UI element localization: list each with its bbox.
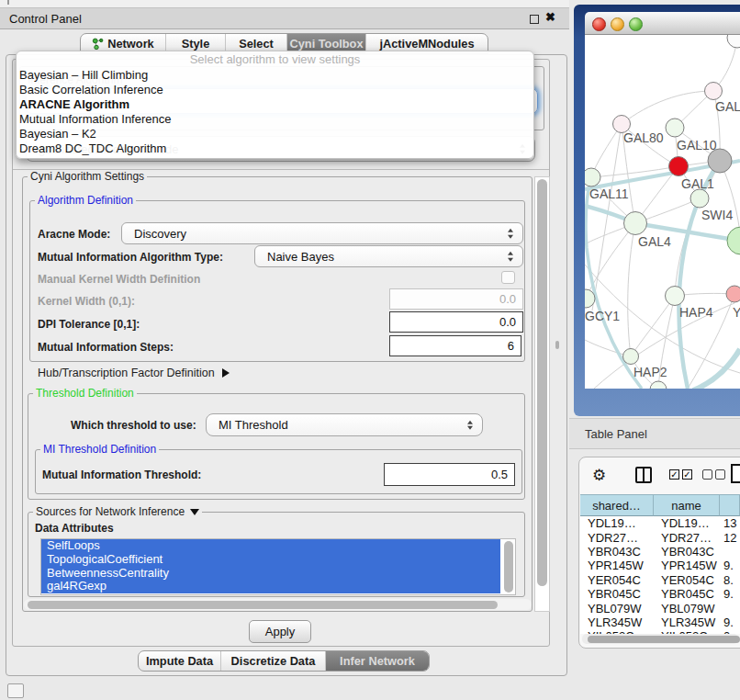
algorithm-definition-title: Algorithm Definition <box>35 194 136 207</box>
table-hscrollbar-thumb[interactable] <box>588 636 740 643</box>
node-label: HAP4 <box>679 305 713 320</box>
node-label: GAL1 <box>681 176 714 191</box>
list-vscrollbar-thumb[interactable] <box>504 541 513 593</box>
node-label: GAL80 <box>623 130 664 145</box>
table-panel-bar: Table Panel <box>569 418 740 449</box>
table-row[interactable]: YDR27…YDR27…12 <box>580 530 740 544</box>
mi-steps-label: Mutual Information Steps: <box>38 341 174 354</box>
mi-steps-field[interactable]: 6 <box>389 335 521 356</box>
list-item-selected[interactable]: TopologicalCoefficient <box>41 553 500 567</box>
zoom-traffic-icon[interactable] <box>629 17 643 31</box>
node-gal11 <box>585 168 600 186</box>
settings-vscrollbar[interactable] <box>534 176 550 612</box>
table-row[interactable]: YPR145WYPR145W9. <box>580 559 740 572</box>
network-window-titlebar[interactable] <box>585 12 740 35</box>
node-label: GAL <box>715 99 740 114</box>
updown-arrows-icon <box>467 420 473 430</box>
node-label: GAL4 <box>638 234 671 249</box>
dropdown-item[interactable]: Dream8 DC_TDC Algorithm <box>17 141 533 156</box>
tab-impute-data-label: Impute Data <box>146 654 213 668</box>
minimize-traffic-icon[interactable] <box>611 17 624 31</box>
table-row[interactable]: YLR345WYLR345W9. <box>580 615 740 629</box>
node-label: GAL11 <box>589 186 629 201</box>
threshold-definition-title: Threshold Definition <box>33 387 137 400</box>
settings-hscrollbar-thumb[interactable] <box>28 601 498 609</box>
column-header-shared[interactable]: shared… <box>580 494 654 516</box>
tab-discretize-data[interactable]: Discretize Data <box>221 651 326 671</box>
checked-checkboxes-icon[interactable]: ✓ ✓ <box>669 469 692 480</box>
list-item-selected[interactable]: SelfLoops <box>41 539 500 553</box>
top-tick <box>7 0 9 5</box>
apply-button[interactable]: Apply <box>249 620 311 643</box>
close-traffic-icon[interactable] <box>592 17 606 31</box>
node-hap4 <box>666 287 685 306</box>
aracne-mode-select[interactable]: Discovery <box>121 222 523 244</box>
dropdown-item[interactable]: Mutual Information Inference <box>17 112 533 127</box>
settings-hscrollbar[interactable] <box>24 599 532 610</box>
dpi-tolerance-label: DPI Tolerance [0,1]: <box>38 318 140 331</box>
tab-impute-data[interactable]: Impute Data <box>139 651 221 671</box>
gear-icon[interactable]: ⚙ <box>592 466 606 485</box>
dropdown-item[interactable]: Basic Correlation Inference <box>17 83 533 97</box>
updown-arrows-icon <box>508 252 513 262</box>
table-row[interactable]: YBR043CYBR043C <box>580 545 740 559</box>
close-icon[interactable]: ✖ <box>545 10 555 24</box>
table-row[interactable]: YBR045CYBR045C9. <box>580 587 740 601</box>
apply-button-label: Apply <box>265 625 296 638</box>
dropdown-item[interactable]: Bayesian – K2 <box>17 127 533 141</box>
node-green-right <box>727 227 740 254</box>
node-gal-cut <box>705 83 723 100</box>
tab-infer-network[interactable]: Infer Network <box>326 651 429 671</box>
unchecked-checkboxes-icon[interactable] <box>702 469 725 480</box>
dpi-tolerance-field[interactable]: 0.0 <box>389 311 523 333</box>
mi-type-select[interactable]: Naive Bayes <box>254 245 523 267</box>
node-table: shared… name YDL19…YDL19…13 YDR27…YDR27…… <box>580 494 740 634</box>
tab-jactivemnodules-label: jActiveMNodules <box>379 37 474 51</box>
collapsed-panel-icon[interactable] <box>7 683 24 698</box>
table-row[interactable]: YDL19…YDL19…13 <box>580 516 740 530</box>
hub-definition-label: Hub/Transcription Factor Definition <box>38 367 215 379</box>
node-swi4 <box>690 189 709 208</box>
node-label: GAL10 <box>677 138 717 152</box>
tab-network-label: Network <box>107 37 154 51</box>
splitpane-handle[interactable] <box>555 341 559 349</box>
float-icon[interactable] <box>530 15 539 24</box>
table-hscrollbar[interactable] <box>582 634 738 644</box>
table-row[interactable]: YBL079WYBL079W <box>580 601 740 615</box>
collapse-arrow-icon[interactable] <box>190 509 199 515</box>
tab-select-label: Select <box>239 37 274 51</box>
attributes-list[interactable]: SelfLoops TopologicalCoefficient Between… <box>40 538 516 595</box>
dropdown-item-selected[interactable]: ARACNE Algorithm <box>17 97 533 112</box>
updown-arrows-icon <box>508 229 513 239</box>
column-header-name[interactable]: name <box>654 494 720 516</box>
split-panel-icon[interactable] <box>635 467 652 483</box>
node-label: SWI4 <box>701 208 733 222</box>
list-item-selected[interactable]: gal4RGexp <box>41 580 500 593</box>
which-threshold-select[interactable]: MI Threshold <box>206 413 483 436</box>
list-item-selected[interactable]: BetweennessCentrality <box>41 567 500 581</box>
dropdown-item[interactable]: Bayesian – Hill Climbing <box>17 68 533 83</box>
node-label: GCY1 <box>585 309 620 323</box>
network-canvas[interactable]: GAL GAL80 GAL10 GAL1 GAL11 SWI4 GAL4 HAP… <box>585 35 740 389</box>
table-row[interactable]: YER054CYER054C8. <box>580 573 740 587</box>
node <box>727 35 740 48</box>
mi-threshold-field[interactable]: 0.5 <box>384 463 515 486</box>
aracne-mode-value: Discovery <box>134 227 186 241</box>
settings-vscrollbar-thumb[interactable] <box>537 179 547 586</box>
column-header-cut[interactable] <box>720 494 740 516</box>
tab-discretize-data-label: Discretize Data <box>231 654 316 668</box>
mi-steps-value: 6 <box>508 339 514 353</box>
aracne-mode-label: Aracne Mode: <box>38 228 110 241</box>
control-panel-title: Control Panel <box>9 12 82 26</box>
kernel-width-label: Kernel Width (0,1): <box>38 295 135 308</box>
manual-kernel-checkbox[interactable] <box>501 271 515 284</box>
kernel-width-field[interactable]: 0.0 <box>389 288 523 310</box>
hub-definition-row[interactable]: Hub/Transcription Factor Definition <box>38 367 230 379</box>
which-threshold-value: MI Threshold <box>219 418 288 432</box>
document-icon[interactable] <box>731 464 740 483</box>
dpi-tolerance-value: 0.0 <box>499 315 516 329</box>
sources-title-text: Sources for Network Inference <box>36 505 185 518</box>
data-attributes-label: Data Attributes <box>35 522 114 535</box>
node-hap2 <box>623 349 639 365</box>
algorithm-dropdown: Select algorithm to view settings Bayesi… <box>16 51 534 159</box>
